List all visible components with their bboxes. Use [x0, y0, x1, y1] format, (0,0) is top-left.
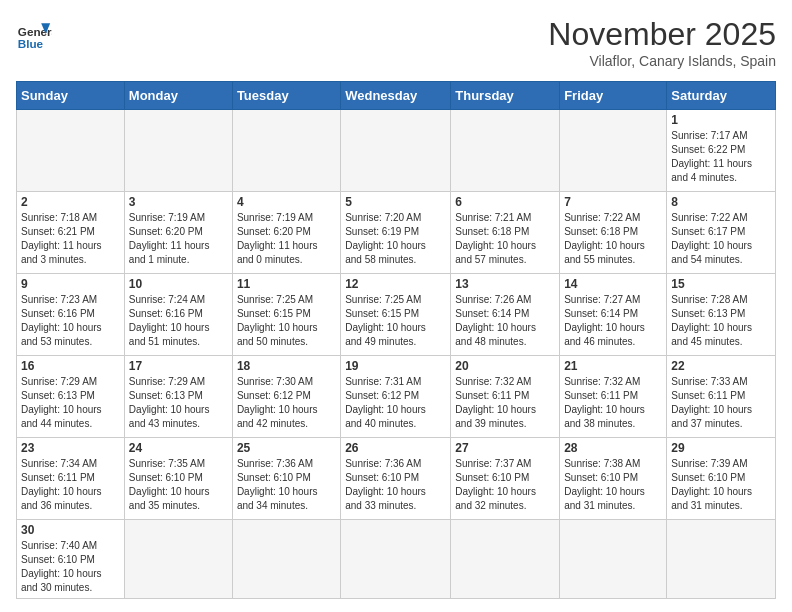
day-info: Sunrise: 7:24 AM Sunset: 6:16 PM Dayligh…	[129, 293, 228, 349]
calendar-cell	[560, 110, 667, 192]
weekday-header-tuesday: Tuesday	[232, 82, 340, 110]
day-info: Sunrise: 7:31 AM Sunset: 6:12 PM Dayligh…	[345, 375, 446, 431]
day-number: 4	[237, 195, 336, 209]
calendar-cell: 5Sunrise: 7:20 AM Sunset: 6:19 PM Daylig…	[341, 192, 451, 274]
calendar-table: SundayMondayTuesdayWednesdayThursdayFrid…	[16, 81, 776, 599]
logo-icon: General Blue	[16, 16, 52, 52]
day-info: Sunrise: 7:29 AM Sunset: 6:13 PM Dayligh…	[21, 375, 120, 431]
day-info: Sunrise: 7:25 AM Sunset: 6:15 PM Dayligh…	[345, 293, 446, 349]
calendar-cell: 24Sunrise: 7:35 AM Sunset: 6:10 PM Dayli…	[124, 438, 232, 520]
calendar-cell: 22Sunrise: 7:33 AM Sunset: 6:11 PM Dayli…	[667, 356, 776, 438]
calendar-cell	[451, 110, 560, 192]
week-row-5: 23Sunrise: 7:34 AM Sunset: 6:11 PM Dayli…	[17, 438, 776, 520]
day-info: Sunrise: 7:27 AM Sunset: 6:14 PM Dayligh…	[564, 293, 662, 349]
calendar-cell: 20Sunrise: 7:32 AM Sunset: 6:11 PM Dayli…	[451, 356, 560, 438]
calendar-cell: 23Sunrise: 7:34 AM Sunset: 6:11 PM Dayli…	[17, 438, 125, 520]
calendar-cell: 13Sunrise: 7:26 AM Sunset: 6:14 PM Dayli…	[451, 274, 560, 356]
week-row-1: 1Sunrise: 7:17 AM Sunset: 6:22 PM Daylig…	[17, 110, 776, 192]
day-number: 2	[21, 195, 120, 209]
day-number: 30	[21, 523, 120, 537]
day-info: Sunrise: 7:32 AM Sunset: 6:11 PM Dayligh…	[564, 375, 662, 431]
day-number: 19	[345, 359, 446, 373]
calendar-cell	[341, 110, 451, 192]
calendar-cell: 4Sunrise: 7:19 AM Sunset: 6:20 PM Daylig…	[232, 192, 340, 274]
day-number: 23	[21, 441, 120, 455]
day-info: Sunrise: 7:18 AM Sunset: 6:21 PM Dayligh…	[21, 211, 120, 267]
day-number: 7	[564, 195, 662, 209]
day-info: Sunrise: 7:40 AM Sunset: 6:10 PM Dayligh…	[21, 539, 120, 595]
calendar-cell: 21Sunrise: 7:32 AM Sunset: 6:11 PM Dayli…	[560, 356, 667, 438]
weekday-header-row: SundayMondayTuesdayWednesdayThursdayFrid…	[17, 82, 776, 110]
calendar-cell: 16Sunrise: 7:29 AM Sunset: 6:13 PM Dayli…	[17, 356, 125, 438]
day-number: 8	[671, 195, 771, 209]
day-info: Sunrise: 7:17 AM Sunset: 6:22 PM Dayligh…	[671, 129, 771, 185]
day-info: Sunrise: 7:21 AM Sunset: 6:18 PM Dayligh…	[455, 211, 555, 267]
day-info: Sunrise: 7:36 AM Sunset: 6:10 PM Dayligh…	[237, 457, 336, 513]
calendar-cell	[124, 520, 232, 599]
day-number: 9	[21, 277, 120, 291]
calendar-cell: 6Sunrise: 7:21 AM Sunset: 6:18 PM Daylig…	[451, 192, 560, 274]
page-header: General Blue November 2025 Vilaflor, Can…	[16, 16, 776, 69]
day-number: 18	[237, 359, 336, 373]
day-info: Sunrise: 7:35 AM Sunset: 6:10 PM Dayligh…	[129, 457, 228, 513]
calendar-cell: 2Sunrise: 7:18 AM Sunset: 6:21 PM Daylig…	[17, 192, 125, 274]
day-info: Sunrise: 7:39 AM Sunset: 6:10 PM Dayligh…	[671, 457, 771, 513]
calendar-cell: 12Sunrise: 7:25 AM Sunset: 6:15 PM Dayli…	[341, 274, 451, 356]
day-number: 3	[129, 195, 228, 209]
day-info: Sunrise: 7:34 AM Sunset: 6:11 PM Dayligh…	[21, 457, 120, 513]
calendar-cell: 1Sunrise: 7:17 AM Sunset: 6:22 PM Daylig…	[667, 110, 776, 192]
calendar-cell: 9Sunrise: 7:23 AM Sunset: 6:16 PM Daylig…	[17, 274, 125, 356]
week-row-3: 9Sunrise: 7:23 AM Sunset: 6:16 PM Daylig…	[17, 274, 776, 356]
calendar-cell: 19Sunrise: 7:31 AM Sunset: 6:12 PM Dayli…	[341, 356, 451, 438]
weekday-header-wednesday: Wednesday	[341, 82, 451, 110]
calendar-cell: 26Sunrise: 7:36 AM Sunset: 6:10 PM Dayli…	[341, 438, 451, 520]
day-number: 22	[671, 359, 771, 373]
calendar-cell: 10Sunrise: 7:24 AM Sunset: 6:16 PM Dayli…	[124, 274, 232, 356]
day-info: Sunrise: 7:30 AM Sunset: 6:12 PM Dayligh…	[237, 375, 336, 431]
day-info: Sunrise: 7:28 AM Sunset: 6:13 PM Dayligh…	[671, 293, 771, 349]
day-number: 16	[21, 359, 120, 373]
day-info: Sunrise: 7:19 AM Sunset: 6:20 PM Dayligh…	[129, 211, 228, 267]
day-info: Sunrise: 7:37 AM Sunset: 6:10 PM Dayligh…	[455, 457, 555, 513]
day-number: 5	[345, 195, 446, 209]
day-number: 17	[129, 359, 228, 373]
calendar-cell	[232, 520, 340, 599]
calendar-cell: 14Sunrise: 7:27 AM Sunset: 6:14 PM Dayli…	[560, 274, 667, 356]
day-info: Sunrise: 7:32 AM Sunset: 6:11 PM Dayligh…	[455, 375, 555, 431]
day-number: 1	[671, 113, 771, 127]
calendar-cell: 27Sunrise: 7:37 AM Sunset: 6:10 PM Dayli…	[451, 438, 560, 520]
day-number: 28	[564, 441, 662, 455]
calendar-cell	[451, 520, 560, 599]
calendar-cell: 25Sunrise: 7:36 AM Sunset: 6:10 PM Dayli…	[232, 438, 340, 520]
day-info: Sunrise: 7:29 AM Sunset: 6:13 PM Dayligh…	[129, 375, 228, 431]
logo: General Blue	[16, 16, 52, 52]
calendar-cell	[232, 110, 340, 192]
calendar-cell: 7Sunrise: 7:22 AM Sunset: 6:18 PM Daylig…	[560, 192, 667, 274]
calendar-cell	[341, 520, 451, 599]
calendar-cell	[124, 110, 232, 192]
month-title: November 2025	[548, 16, 776, 53]
day-info: Sunrise: 7:33 AM Sunset: 6:11 PM Dayligh…	[671, 375, 771, 431]
calendar-cell	[560, 520, 667, 599]
calendar-cell: 28Sunrise: 7:38 AM Sunset: 6:10 PM Dayli…	[560, 438, 667, 520]
weekday-header-thursday: Thursday	[451, 82, 560, 110]
calendar-cell: 18Sunrise: 7:30 AM Sunset: 6:12 PM Dayli…	[232, 356, 340, 438]
day-number: 25	[237, 441, 336, 455]
calendar-cell	[17, 110, 125, 192]
day-number: 6	[455, 195, 555, 209]
title-block: November 2025 Vilaflor, Canary Islands, …	[548, 16, 776, 69]
day-number: 29	[671, 441, 771, 455]
weekday-header-friday: Friday	[560, 82, 667, 110]
calendar-cell	[667, 520, 776, 599]
day-number: 15	[671, 277, 771, 291]
day-number: 14	[564, 277, 662, 291]
week-row-2: 2Sunrise: 7:18 AM Sunset: 6:21 PM Daylig…	[17, 192, 776, 274]
calendar-cell: 15Sunrise: 7:28 AM Sunset: 6:13 PM Dayli…	[667, 274, 776, 356]
day-info: Sunrise: 7:26 AM Sunset: 6:14 PM Dayligh…	[455, 293, 555, 349]
day-number: 10	[129, 277, 228, 291]
day-number: 21	[564, 359, 662, 373]
day-number: 24	[129, 441, 228, 455]
day-number: 11	[237, 277, 336, 291]
weekday-header-saturday: Saturday	[667, 82, 776, 110]
calendar-cell: 17Sunrise: 7:29 AM Sunset: 6:13 PM Dayli…	[124, 356, 232, 438]
